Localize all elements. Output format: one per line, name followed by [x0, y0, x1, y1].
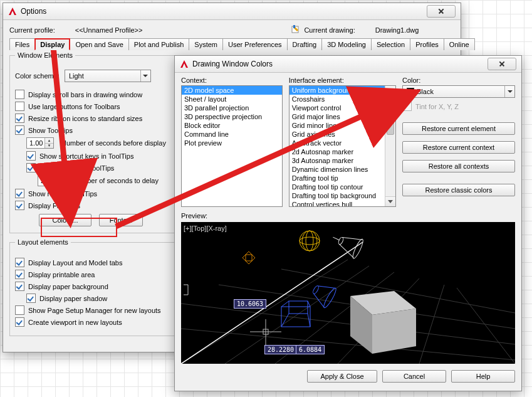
- dwc-title: Drawing Window Colors: [192, 60, 273, 68]
- rollover-label: Show rollover ToolTips: [28, 190, 97, 198]
- tab-3d-modeling[interactable]: 3D Modeling: [321, 38, 372, 50]
- interface-item[interactable]: Drafting tool tip background: [289, 191, 385, 200]
- context-item[interactable]: 3D parallel projection: [182, 103, 282, 112]
- interface-item[interactable]: Drafting tool tip: [289, 174, 385, 183]
- dwc-close-button[interactable]: [488, 58, 516, 70]
- svg-rect-28: [289, 301, 308, 314]
- interface-item[interactable]: Viewport control: [289, 103, 385, 112]
- svg-line-18: [343, 231, 362, 245]
- tab-selection[interactable]: Selection: [371, 38, 410, 50]
- svg-point-26: [322, 287, 338, 309]
- cancel-button[interactable]: Cancel: [382, 370, 446, 383]
- scroll-thumb[interactable]: [387, 96, 394, 135]
- resize-ribbon-checkbox[interactable]: [15, 114, 24, 123]
- close-icon: [438, 8, 444, 14]
- interface-item[interactable]: 3d Autosnap marker: [289, 156, 385, 165]
- tint-label: Tint for X, Y, Z: [415, 103, 459, 110]
- preview-area: [+][Top][X-ray] 10.6063 28.2280 6.0884: [181, 222, 515, 364]
- options-title: Options: [21, 7, 46, 16]
- printable-area-checkbox[interactable]: [15, 270, 24, 279]
- coord-a: 10.6063: [234, 299, 266, 309]
- interface-item[interactable]: Autotrack vector: [289, 139, 385, 147]
- scrollbar[interactable]: [385, 86, 395, 206]
- autocad-icon: [180, 60, 189, 68]
- interface-item[interactable]: Control vertices hull: [289, 200, 385, 207]
- options-tabs: FilesDisplayOpen and SavePlot and Publis…: [9, 38, 454, 50]
- coord-b1: 28.2280: [264, 345, 297, 354]
- large-buttons-checkbox[interactable]: [15, 102, 24, 111]
- colors-button[interactable]: Colors...: [39, 214, 91, 226]
- scrollbars-checkbox[interactable]: [15, 90, 24, 99]
- fonts-button[interactable]: Fonts...: [99, 214, 143, 226]
- svg-line-24: [318, 280, 336, 294]
- interface-item[interactable]: Grid major lines: [289, 112, 385, 121]
- layout-model-tabs-checkbox[interactable]: [15, 258, 24, 267]
- restore-context-button[interactable]: Restore current context: [402, 141, 515, 154]
- svg-rect-22: [246, 255, 252, 261]
- seconds-delay-field[interactable]: ▲▼2: [38, 175, 65, 186]
- seconds-delay-label: Number of seconds to delay: [73, 177, 159, 184]
- svg-line-8: [181, 329, 515, 360]
- seconds-before-value: 1.00: [27, 139, 43, 147]
- tab-system[interactable]: System: [189, 38, 223, 50]
- window-elements-title: Window Elements: [15, 51, 75, 59]
- shortcut-keys-checkbox[interactable]: [26, 151, 36, 161]
- interface-item[interactable]: 2d Autosnap marker: [289, 147, 385, 156]
- create-viewport-checkbox[interactable]: [15, 317, 24, 327]
- interface-item[interactable]: Uniform background: [289, 86, 385, 95]
- svg-line-32: [308, 314, 310, 327]
- tab-display[interactable]: Display: [34, 38, 70, 50]
- interface-item[interactable]: Crosshairs: [289, 95, 385, 103]
- paper-shadow-checkbox[interactable]: [26, 294, 36, 303]
- context-item[interactable]: Block editor: [182, 121, 282, 130]
- context-item[interactable]: Plot preview: [182, 139, 282, 147]
- extended-tooltips-checkbox[interactable]: [26, 163, 36, 172]
- coord-b2: 6.0884: [296, 345, 325, 354]
- tab-open-and-save[interactable]: Open and Save: [70, 38, 128, 50]
- color-scheme-dropdown[interactable]: Light: [65, 70, 151, 82]
- context-item[interactable]: Sheet / layout: [182, 95, 282, 103]
- drawing-icon: [291, 25, 301, 35]
- svg-line-31: [281, 314, 289, 327]
- interface-listbox[interactable]: Uniform backgroundCrosshairsViewport con…: [289, 85, 396, 207]
- context-item[interactable]: Command line: [182, 130, 282, 139]
- show-tooltips-checkbox[interactable]: [15, 125, 24, 135]
- tab-user-preferences[interactable]: User Preferences: [222, 38, 288, 50]
- tab-profiles[interactable]: Profiles: [410, 38, 444, 50]
- context-item[interactable]: 2D model space: [182, 86, 282, 95]
- paper-background-checkbox[interactable]: [15, 282, 24, 291]
- svg-line-29: [281, 301, 289, 307]
- dwc-titlebar: Drawing Window Colors: [175, 56, 521, 73]
- preview-label: Preview:: [181, 212, 515, 220]
- restore-element-button[interactable]: Restore current element: [402, 122, 515, 135]
- svg-line-30: [308, 301, 310, 307]
- current-drawing-value: Drawing1.dwg: [375, 26, 419, 34]
- color-scheme-value: Light: [69, 72, 84, 80]
- rollover-checkbox[interactable]: [15, 189, 24, 198]
- svg-rect-27: [281, 307, 310, 327]
- interface-item[interactable]: Dynamic dimension lines: [289, 165, 385, 174]
- chevron-down-icon: [140, 70, 150, 82]
- context-listbox[interactable]: 2D model spaceSheet / layout3D parallel …: [181, 85, 283, 207]
- tab-files[interactable]: Files: [9, 38, 35, 50]
- restore-classic-button[interactable]: Restore classic colors: [402, 184, 515, 196]
- page-setup-manager-checkbox[interactable]: [15, 305, 24, 315]
- apply-close-button[interactable]: Apply & Close: [307, 370, 377, 383]
- restore-all-button[interactable]: Restore all contexts: [402, 160, 515, 172]
- tab-drafting[interactable]: Drafting: [287, 38, 323, 50]
- interface-item[interactable]: Grid minor lines: [289, 121, 385, 130]
- context-item[interactable]: 3D perspective projection: [182, 112, 282, 121]
- svg-line-21: [333, 237, 339, 240]
- tint-checkbox: [402, 102, 412, 111]
- interface-item[interactable]: Grid axis lines: [289, 130, 385, 139]
- interface-item[interactable]: Drafting tool tip contour: [289, 183, 385, 191]
- tab-online[interactable]: Online: [444, 38, 475, 50]
- autocad-icon: [8, 7, 17, 16]
- file-tabs-checkbox[interactable]: [15, 201, 24, 210]
- close-button[interactable]: [427, 5, 456, 18]
- help-button[interactable]: Help: [451, 370, 515, 383]
- chevron-down-icon: [504, 86, 514, 97]
- seconds-before-field[interactable]: ▲▼1.00: [26, 137, 54, 149]
- tab-plot-and-publish[interactable]: Plot and Publish: [128, 38, 190, 50]
- color-dropdown[interactable]: Black: [402, 85, 515, 98]
